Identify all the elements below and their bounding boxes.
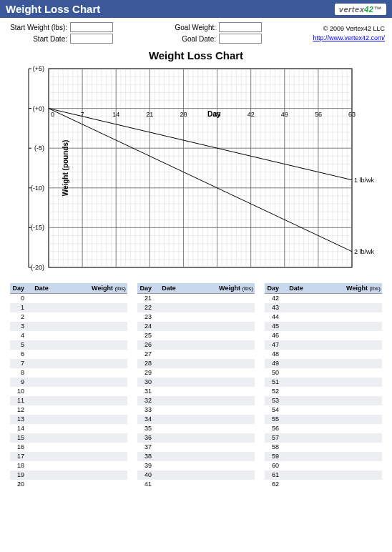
date-cell[interactable] (282, 368, 310, 378)
date-cell[interactable] (282, 480, 310, 489)
date-cell[interactable] (27, 405, 56, 415)
weight-cell[interactable] (56, 294, 127, 303)
weight-cell[interactable] (310, 443, 382, 452)
weight-cell[interactable] (56, 396, 127, 405)
weight-cell[interactable] (183, 396, 255, 405)
date-cell[interactable] (155, 312, 183, 322)
date-cell[interactable] (27, 480, 56, 489)
date-cell[interactable] (282, 424, 310, 433)
date-cell[interactable] (27, 312, 56, 322)
weight-cell[interactable] (56, 368, 127, 378)
date-cell[interactable] (282, 387, 310, 396)
weight-cell[interactable] (56, 312, 127, 322)
weight-cell[interactable] (310, 396, 382, 405)
date-cell[interactable] (155, 294, 183, 303)
date-cell[interactable] (155, 470, 183, 480)
date-cell[interactable] (155, 461, 183, 470)
date-cell[interactable] (282, 396, 310, 405)
goal-weight-input[interactable] (219, 22, 262, 32)
date-cell[interactable] (155, 331, 183, 340)
date-cell[interactable] (27, 443, 56, 452)
weight-cell[interactable] (310, 350, 382, 359)
weight-cell[interactable] (56, 461, 127, 470)
weight-cell[interactable] (183, 387, 255, 396)
date-cell[interactable] (282, 322, 310, 331)
date-cell[interactable] (27, 461, 56, 470)
date-cell[interactable] (27, 387, 56, 396)
date-cell[interactable] (155, 322, 183, 331)
weight-cell[interactable] (56, 340, 127, 350)
date-cell[interactable] (155, 452, 183, 461)
weight-cell[interactable] (183, 470, 255, 480)
date-cell[interactable] (27, 331, 56, 340)
weight-cell[interactable] (310, 303, 382, 312)
date-cell[interactable] (27, 470, 56, 480)
weight-cell[interactable] (183, 424, 255, 433)
weight-cell[interactable] (56, 331, 127, 340)
weight-cell[interactable] (183, 405, 255, 415)
date-cell[interactable] (155, 396, 183, 405)
weight-cell[interactable] (310, 331, 382, 340)
date-cell[interactable] (155, 387, 183, 396)
weight-cell[interactable] (183, 452, 255, 461)
date-cell[interactable] (27, 368, 56, 378)
date-cell[interactable] (155, 443, 183, 452)
date-cell[interactable] (27, 350, 56, 359)
date-cell[interactable] (27, 452, 56, 461)
vertex42-link[interactable]: http://www.vertex42.com/ (313, 34, 385, 41)
date-cell[interactable] (282, 340, 310, 350)
weight-cell[interactable] (56, 480, 127, 489)
weight-cell[interactable] (56, 350, 127, 359)
date-cell[interactable] (27, 415, 56, 424)
date-cell[interactable] (155, 350, 183, 359)
weight-cell[interactable] (56, 378, 127, 387)
date-cell[interactable] (27, 359, 56, 368)
date-cell[interactable] (282, 294, 310, 303)
weight-cell[interactable] (56, 415, 127, 424)
date-cell[interactable] (27, 396, 56, 405)
date-cell[interactable] (155, 378, 183, 387)
weight-cell[interactable] (56, 303, 127, 312)
weight-cell[interactable] (183, 461, 255, 470)
date-cell[interactable] (155, 424, 183, 433)
weight-cell[interactable] (310, 378, 382, 387)
weight-cell[interactable] (183, 322, 255, 331)
date-cell[interactable] (282, 415, 310, 424)
weight-cell[interactable] (310, 322, 382, 331)
date-cell[interactable] (27, 378, 56, 387)
date-cell[interactable] (282, 312, 310, 322)
weight-cell[interactable] (183, 312, 255, 322)
date-cell[interactable] (27, 340, 56, 350)
date-cell[interactable] (155, 340, 183, 350)
weight-cell[interactable] (310, 368, 382, 378)
weight-cell[interactable] (183, 359, 255, 368)
date-cell[interactable] (282, 350, 310, 359)
weight-cell[interactable] (310, 387, 382, 396)
date-cell[interactable] (155, 433, 183, 443)
weight-cell[interactable] (56, 322, 127, 331)
date-cell[interactable] (155, 303, 183, 312)
weight-cell[interactable] (310, 294, 382, 303)
weight-cell[interactable] (183, 368, 255, 378)
weight-cell[interactable] (310, 340, 382, 350)
weight-cell[interactable] (310, 405, 382, 415)
weight-cell[interactable] (310, 452, 382, 461)
date-cell[interactable] (27, 294, 56, 303)
weight-cell[interactable] (56, 359, 127, 368)
weight-cell[interactable] (183, 303, 255, 312)
weight-cell[interactable] (56, 387, 127, 396)
weight-cell[interactable] (310, 461, 382, 470)
weight-cell[interactable] (183, 415, 255, 424)
date-cell[interactable] (27, 433, 56, 443)
date-cell[interactable] (27, 424, 56, 433)
date-cell[interactable] (282, 331, 310, 340)
weight-cell[interactable] (56, 452, 127, 461)
date-cell[interactable] (155, 359, 183, 368)
weight-cell[interactable] (56, 405, 127, 415)
date-cell[interactable] (27, 322, 56, 331)
weight-cell[interactable] (310, 415, 382, 424)
weight-cell[interactable] (183, 443, 255, 452)
date-cell[interactable] (282, 433, 310, 443)
weight-cell[interactable] (56, 470, 127, 480)
weight-cell[interactable] (310, 433, 382, 443)
